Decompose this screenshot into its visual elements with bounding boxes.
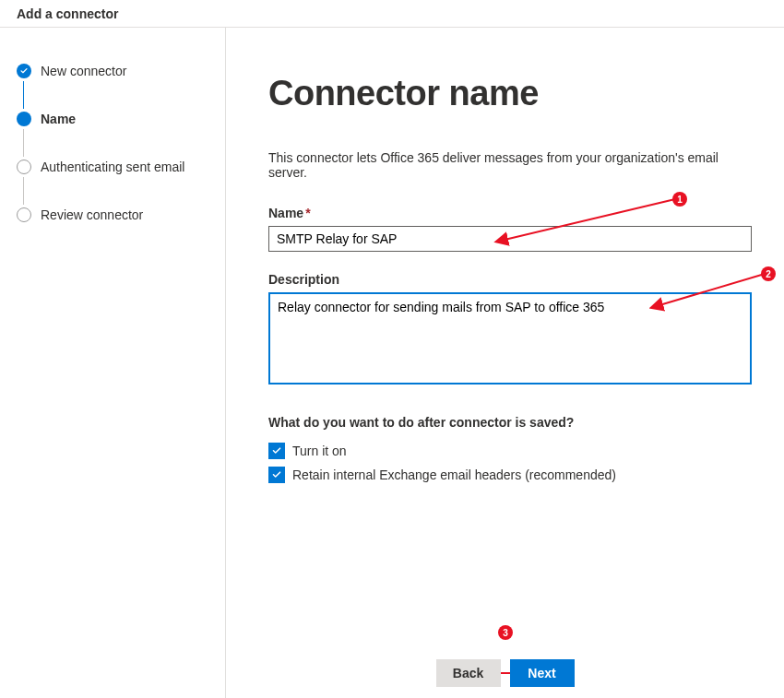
checkmark-icon bbox=[268, 467, 285, 483]
annotation-badge-2: 2 bbox=[761, 266, 776, 281]
checkmark-icon bbox=[268, 443, 285, 459]
annotation-badge-3: 3 bbox=[498, 625, 513, 640]
step-label: Authenticating sent email bbox=[41, 160, 184, 174]
pending-dot-icon bbox=[17, 207, 31, 222]
step-label: Name bbox=[41, 112, 76, 126]
panel-title: Add a connector bbox=[17, 6, 118, 21]
step-label: New connector bbox=[41, 64, 126, 78]
pending-dot-icon bbox=[17, 160, 31, 174]
next-button[interactable]: Next bbox=[510, 659, 575, 687]
active-dot-icon bbox=[17, 112, 31, 126]
step-new-connector[interactable]: New connector bbox=[17, 61, 208, 81]
checkbox-turn-on[interactable]: Turn it on bbox=[268, 443, 756, 459]
checkbox-label: Retain internal Exchange email headers (… bbox=[292, 467, 616, 482]
step-name[interactable]: Name bbox=[17, 109, 208, 129]
after-save-question: What do you want to do after connector i… bbox=[268, 415, 756, 430]
description-textarea[interactable]: Relay connector for sending mails from S… bbox=[268, 292, 752, 384]
checkbox-label: Turn it on bbox=[292, 444, 347, 458]
wizard-footer: Back Next bbox=[226, 659, 784, 687]
back-button[interactable]: Back bbox=[436, 659, 501, 687]
panel-header: Add a connector bbox=[0, 0, 784, 28]
wizard-main: Connector name This connector lets Offic… bbox=[226, 28, 784, 698]
step-authenticating[interactable]: Authenticating sent email bbox=[17, 157, 208, 177]
page-title: Connector name bbox=[268, 74, 756, 113]
name-group: Name* bbox=[268, 206, 756, 252]
wizard-sidebar: New connector Name Authenticating sent e… bbox=[0, 28, 226, 698]
wizard-steps: New connector Name Authenticating sent e… bbox=[17, 61, 208, 225]
name-label: Name* bbox=[268, 206, 756, 220]
panel-body: New connector Name Authenticating sent e… bbox=[0, 28, 784, 698]
description-group: Description Relay connector for sending … bbox=[268, 272, 756, 387]
step-label: Review connector bbox=[41, 207, 143, 222]
name-input[interactable] bbox=[268, 226, 752, 252]
required-star-icon: * bbox=[305, 206, 310, 220]
intro-text: This connector lets Office 365 deliver m… bbox=[268, 150, 756, 180]
annotation-badge-1: 1 bbox=[672, 192, 687, 207]
checkbox-retain-headers[interactable]: Retain internal Exchange email headers (… bbox=[268, 467, 756, 483]
check-icon bbox=[17, 64, 31, 78]
step-review[interactable]: Review connector bbox=[17, 205, 208, 225]
description-label: Description bbox=[268, 272, 756, 287]
